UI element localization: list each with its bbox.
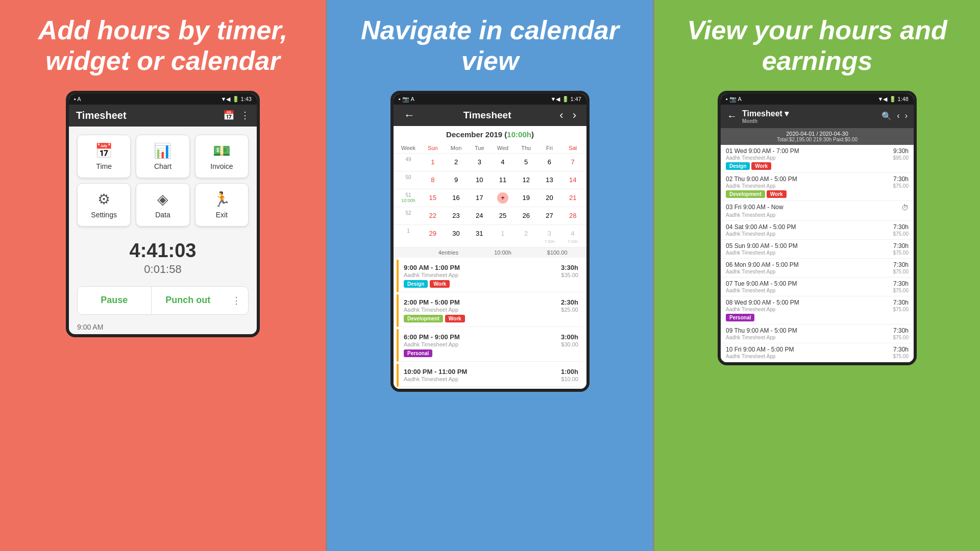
punchout-button[interactable]: Punch out [152,287,225,314]
cal-day-29[interactable]: 29 [421,225,445,247]
week-row-52: 52 22 23 24 25 26 27 28 [394,207,586,224]
cal-day-4[interactable]: 4 [491,154,514,171]
menu-invoice[interactable]: 💵 Invoice [195,135,249,178]
cal-day-31[interactable]: 31 [468,225,491,247]
week-num-50: 50 [396,171,421,189]
menu-settings[interactable]: ⚙ Settings [77,183,131,227]
cal-day-25[interactable]: 25 [491,207,514,224]
week-num-52: 52 [396,207,421,224]
week-row-49: 49 1 2 3 4 5 6 7 [394,153,586,171]
cal-day-19[interactable]: 19 [514,189,538,207]
cal-day-27[interactable]: 27 [538,207,561,224]
cal-day-g3[interactable]: 37:30h [538,225,561,247]
cal-day-16[interactable]: 16 [445,189,468,207]
menu-time[interactable]: 📅 Time [77,135,131,178]
week-row-1: 1 29 30 31 1 2 37:30h 47:30h [394,224,586,247]
exit-icon: 🏃 [213,191,231,208]
week-num-51: 5110:00h [396,189,421,207]
menu-exit[interactable]: 🏃 Exit [195,183,249,227]
phone-center: ▪ 📷 A ▼◀ 🔋 1:47 ← Timesheet ‹ › December… [390,91,590,392]
phone-left: ▪ A ▼◀ 🔋 1:43 Timesheet 📅 ⋮ 📅 Time 📊 Cha… [66,91,260,337]
hours-item-03-row2: Aadhk Timesheet App [726,212,909,218]
cal-day-g1[interactable]: 1 [491,225,514,247]
cal-day-30[interactable]: 30 [445,225,468,247]
cal-day-23[interactable]: 23 [445,207,468,224]
cal-day-3[interactable]: 3 [468,154,491,171]
next-button-right[interactable]: › [905,111,908,121]
entry-2-app: Aadhk Timesheet App $25.00 [404,307,578,313]
calendar-nav: ← Timesheet ‹ › [394,105,586,126]
tag-design-1: Design [404,280,428,288]
cal-day-12[interactable]: 12 [514,171,538,189]
right-heading: View your hours and earnings [665,15,970,77]
entry-1-time: 9:00 AM - 1:00 PM 3:30h [404,264,578,271]
cal-day-5[interactable]: 5 [514,154,538,171]
cal-day-6[interactable]: 6 [538,154,561,171]
cal-day-11[interactable]: 11 [491,171,514,189]
hours-item-07-row2: Aadhk Timesheet App $75.00 [726,288,909,293]
next-month-button[interactable]: › [570,109,579,122]
week-num-1: 1 [396,225,421,247]
menu-data[interactable]: ◈ Data [136,183,189,227]
date-range-text: 2020-04-01 / 2020-04-30 [725,131,910,137]
entry-4-app: Aadhk Timesheet App $10.00 [404,376,578,382]
exit-label: Exit [216,211,228,219]
cal-day-24[interactable]: 24 [468,207,491,224]
cal-day-15[interactable]: 15 [421,189,445,207]
calendar-icon[interactable]: 📅 [223,110,234,121]
cal-day-8[interactable]: 8 [421,171,445,189]
cal-day-9[interactable]: 9 [445,171,468,189]
prev-month-button[interactable]: ‹ [556,109,566,122]
pause-button[interactable]: Pause [78,287,152,314]
settings-icon: ⚙ [97,191,110,208]
cal-day-28[interactable]: 28 [561,207,584,224]
dow-sat: Sat [561,143,584,153]
status-center-right: ▼◀ 🔋 1:47 [551,96,581,103]
cal-day-13[interactable]: 13 [538,171,561,189]
cal-day-1[interactable]: 1 [421,154,445,171]
action-more-button[interactable]: ⋮ [225,287,248,314]
hours-item-04: 04 Sat 9:00 AM - 5:00 PM 7:30h Aadhk Tim… [721,221,914,240]
center-heading: Navigate in calendar view [337,15,643,77]
dow-mon: Mon [445,143,468,153]
cal-day-2[interactable]: 2 [445,154,468,171]
month-hours: 10:00h [507,130,531,139]
cal-day-10[interactable]: 10 [468,171,491,189]
phone-right: ▪ 📷 A ▼◀ 🔋 1:48 ← Timesheet ▾ Month 🔍 ‹ … [718,91,917,365]
tag-personal-r8: Personal [726,314,754,321]
prev-button-right[interactable]: ‹ [897,111,899,121]
hours-item-02-tags: Development Work [726,190,909,198]
cal-day-20[interactable]: 20 [538,189,561,207]
tag-design-r1: Design [726,162,750,170]
back-button-center[interactable]: ← [401,109,418,122]
search-icon[interactable]: 🔍 [881,111,892,121]
menu-chart[interactable]: 📊 Chart [136,135,189,178]
status-bar-right: ▪ 📷 A ▼◀ 🔋 1:48 [721,94,914,105]
summary-amount: $100.00 [530,249,584,256]
more-icon[interactable]: ⋮ [240,110,250,121]
cal-day-18[interactable]: + [491,189,514,207]
cal-day-7[interactable]: 7 [561,154,584,171]
week-row-50: 50 8 9 10 11 12 13 14 [394,171,586,189]
cal-day-14[interactable]: 14 [561,171,584,189]
cal-day-g4[interactable]: 47:30h [561,225,584,247]
status-bar-left: ▪ A ▼◀ 🔋 1:43 [69,94,257,105]
cal-day-g2[interactable]: 2 [514,225,538,247]
data-icon: ◈ [157,191,168,208]
cal-nav-arrows: ‹ › [556,109,579,122]
cal-day-26[interactable]: 26 [514,207,538,224]
cal-day-17[interactable]: 17 [468,189,491,207]
dow-week: Week [396,143,421,153]
header-icons-left: 📅 ⋮ [223,110,250,121]
day-of-week-row: Week Sun Mon Tue Wed Thu Fri Sat [394,143,586,153]
status-left-icons: ▪ A [74,96,81,102]
back-button-right[interactable]: ← [727,110,737,122]
week-row-51: 5110:00h 15 16 17 + 19 20 21 [394,189,586,207]
cal-day-22[interactable]: 22 [421,207,445,224]
cal-day-21[interactable]: 21 [561,189,584,207]
right-header-icons: 🔍 ‹ › [881,111,908,121]
hours-list: 01 Wed 9:00 AM - 7:00 PM 9:30h Aadhk Tim… [721,145,914,362]
hours-item-01-row1: 01 Wed 9:00 AM - 7:00 PM 9:30h [726,147,909,155]
hours-item-04-row1: 04 Sat 9:00 AM - 5:00 PM 7:30h [726,223,909,231]
dow-sun: Sun [421,143,445,153]
